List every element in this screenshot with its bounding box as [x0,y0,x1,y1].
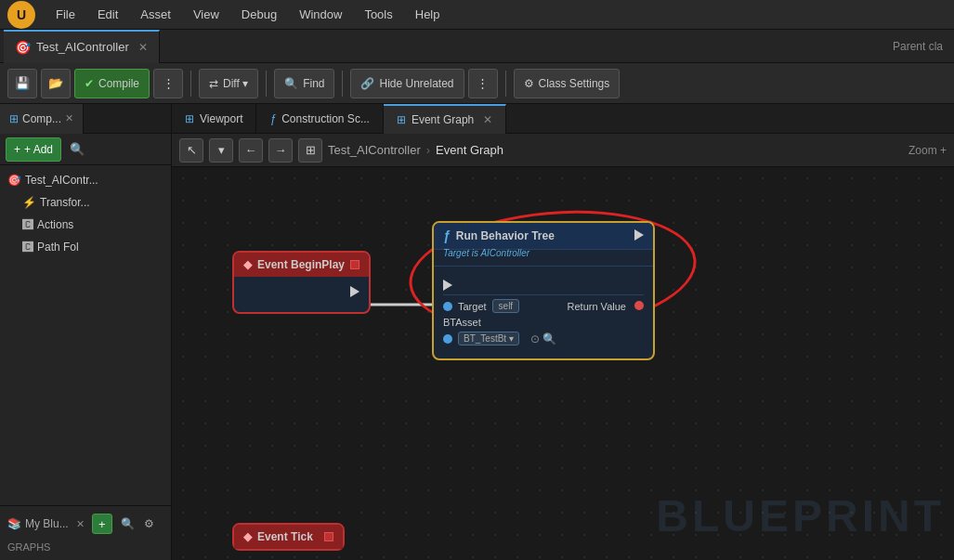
event-tick-diamond-icon: ◆ [243,530,252,543]
my-blueprints-search[interactable]: 🔍 [116,512,140,536]
compile-button[interactable]: ✔ Compile [74,69,150,98]
tab-label: Test_AIController [36,40,129,54]
event-begin-play-exec-row [243,286,359,299]
graph-canvas[interactable]: BLUEPRINT ◆ Event BeginPlay [172,167,954,560]
class-settings-button[interactable]: ⚙ Class Settings [514,69,621,98]
rbt-body: Target self Return Value BTAsset BT_T [434,270,653,358]
rbt-exec-out-pin [634,229,644,243]
graphs-label: GRAPHS [0,538,171,556]
tree-item-ai-controller[interactable]: 🎯 Test_AIContr... [0,169,171,191]
viewport-label: Viewport [200,112,242,125]
event-begin-play-exec-out [350,260,359,269]
save-button[interactable]: 💾 [7,69,37,98]
graph-layout-button[interactable]: ⊞ [298,138,322,163]
zoom-label: Zoom + [908,144,947,157]
chevron-down-icon[interactable]: ▾ [209,138,233,163]
tab-icon: 🎯 [15,40,31,55]
graph-tab-event-graph[interactable]: ⊞ Event Graph ✕ [384,104,506,134]
sidebar-tab-close[interactable]: ✕ [65,112,73,124]
find-icon: 🔍 [284,77,298,90]
rbt-target-row: Target self Return Value [443,299,644,313]
diff-icon: ⇄ [209,77,218,90]
my-blueprints-settings-icon[interactable]: ⚙ [144,517,154,530]
ue-logo: U [7,1,35,29]
my-blueprints-section: 📚 My Blu... ✕ + 🔍 ⚙ GRAPHS [0,505,171,560]
rbt-subtitle: Target is AIController [434,248,653,262]
toolbar-separator-1 [190,71,191,97]
find-button[interactable]: 🔍 Find [274,69,334,98]
tree-item-transform[interactable]: ⚡ Transfor... [15,191,171,214]
menu-debug[interactable]: Debug [232,4,286,25]
sidebar-search-button[interactable]: 🔍 [65,137,89,162]
back-button[interactable]: ← [239,138,263,163]
rbt-target-value: self [492,299,520,313]
graph-area: ⊞ Viewport ƒ Construction Sc... ⊞ Event … [172,104,954,560]
breadcrumb-root[interactable]: Test_AIController [328,143,421,157]
transform-label: Transfor... [40,196,90,209]
ai-controller-label: Test_AIContr... [25,174,98,187]
event-tick-header: ◆ Event Tick [234,525,343,549]
toolbar-separator-2 [266,71,267,97]
graph-tab-viewport[interactable]: ⊞ Viewport [172,104,256,134]
open-icon: 📂 [48,76,63,90]
toolbar-separator-3 [342,71,343,97]
diff-button[interactable]: ⇄ Diff ▾ [199,69,258,98]
sidebar-tab-bar: ⊞ Comp... ✕ [0,104,171,134]
blueprint-watermark: BLUEPRINT [656,490,945,541]
rbt-target-pin [443,302,452,311]
compile-check-icon: ✔ [85,77,94,90]
tree-item-path-following[interactable]: 🅲 Path Fol [15,236,171,258]
rbt-bt-asset-label: BTAsset [443,317,481,328]
event-tick-title: Event Tick [257,530,313,543]
component-tree: 🎯 Test_AIContr... ⚡ Transfor... 🅲 Action… [0,165,171,505]
parent-class-label: Parent cla [893,40,954,53]
menu-asset[interactable]: Asset [131,4,180,25]
compile-more-button[interactable]: ⋮ [153,69,183,98]
menu-view[interactable]: View [184,4,229,25]
sidebar-add-button[interactable]: + + Add [6,137,61,162]
my-blueprints-close[interactable]: ✕ [76,518,85,530]
sidebar-tab-components[interactable]: ⊞ Comp... ✕ [0,104,84,134]
open-button[interactable]: 📂 [41,69,71,98]
event-graph-close[interactable]: ✕ [483,113,492,126]
transform-icon: ⚡ [22,196,36,209]
menu-tools[interactable]: Tools [355,4,401,25]
menu-file[interactable]: File [46,4,85,25]
forward-button[interactable]: → [268,138,293,163]
run-behavior-tree-node[interactable]: ƒ Run Behavior Tree Target is AIControll… [432,221,655,360]
tab-close-button[interactable]: ✕ [138,41,148,54]
menu-edit[interactable]: Edit [88,4,127,25]
tab-bar: 🎯 Test_AIController ✕ Parent cla [0,30,954,63]
back-icon: ← [245,143,257,157]
event-tick-exec-out [324,532,333,541]
tab-test-ai-controller[interactable]: 🎯 Test_AIController ✕ [4,30,160,63]
actions-label: Actions [37,218,73,231]
event-begin-play-node[interactable]: ◆ Event BeginPlay [232,251,371,314]
my-blueprints-add-button[interactable]: + [92,514,112,534]
class-settings-label: Class Settings [539,77,610,90]
event-begin-play-header: ◆ Event BeginPlay [234,253,369,277]
add-icon: + [14,143,20,156]
select-mode-button[interactable]: ↖ [179,138,203,163]
tree-item-actions[interactable]: 🅲 Actions [15,214,171,236]
graph-tab-construction[interactable]: ƒ Construction Sc... [256,104,383,134]
rbt-bt-dropdown[interactable]: BT_TestBt ▾ [458,332,519,345]
event-begin-play-title: Event BeginPlay [257,258,345,271]
menu-bar: U File Edit Asset View Debug Window Tool… [0,0,954,30]
hide-unrelated-button[interactable]: 🔗 Hide Unrelated [350,69,464,98]
menu-window[interactable]: Window [290,4,351,25]
path-fol-icon: 🅲 [22,241,33,254]
hide-unrelated-more-icon: ⋮ [477,76,489,90]
rbt-target-label: Target [458,301,487,312]
event-tick-node[interactable]: ◆ Event Tick [232,523,345,551]
add-label: + Add [24,143,53,156]
breadcrumb-sep: › [426,143,430,157]
hide-unrelated-icon: 🔗 [360,77,374,90]
sidebar-tab-label: Comp... [22,112,61,125]
rbt-return-label: Return Value [568,301,626,312]
hide-unrelated-more[interactable]: ⋮ [468,69,498,98]
toolbar-separator-4 [505,71,506,97]
compile-more-icon: ⋮ [163,76,175,90]
my-blueprints-icon: 📚 [7,517,21,530]
menu-help[interactable]: Help [406,4,450,25]
